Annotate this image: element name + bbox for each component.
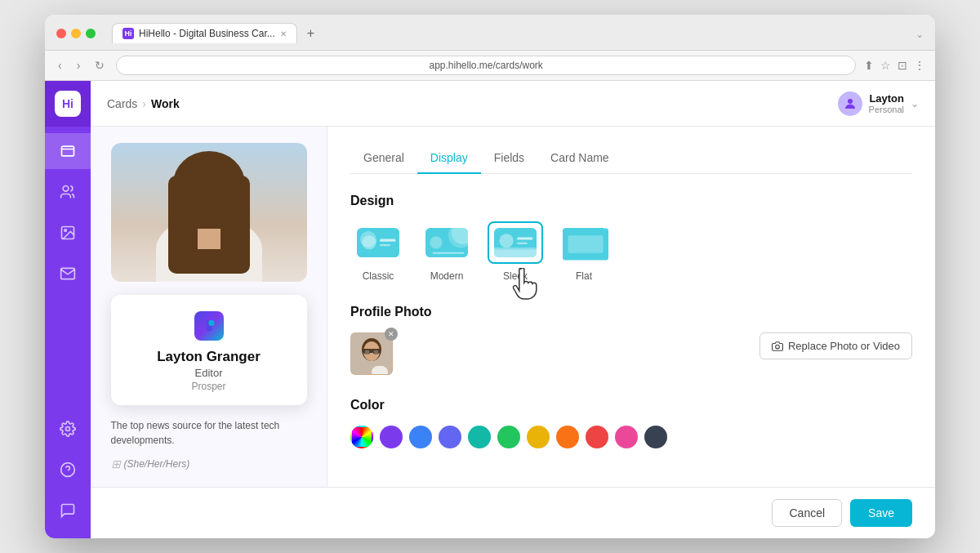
- svg-point-16: [430, 236, 442, 248]
- design-option-sleek[interactable]: Sleek: [488, 221, 543, 282]
- neck: [198, 229, 220, 249]
- color-swatch-purple[interactable]: [380, 426, 403, 448]
- pronouns-icon: ⊞: [111, 457, 121, 470]
- sidebar-item-chat[interactable]: [45, 493, 91, 528]
- tab-bar: Hi HiHello - Digital Business Car... ✕ +: [112, 23, 907, 43]
- svg-point-2: [63, 186, 69, 192]
- replace-photo-label: Replace Photo or Video: [788, 340, 900, 352]
- reload-button[interactable]: ↻: [91, 56, 108, 75]
- sidebar-item-cards[interactable]: [45, 133, 91, 169]
- window-controls: ⌄: [915, 26, 924, 41]
- flat-design-preview: [556, 221, 612, 264]
- color-swatches-container: [350, 426, 912, 448]
- color-swatch-red[interactable]: [586, 426, 608, 448]
- browser-titlebar: Hi HiHello - Digital Business Car... ✕ +…: [45, 15, 935, 51]
- color-swatch-blue[interactable]: [409, 426, 432, 448]
- tab-card-name[interactable]: Card Name: [537, 143, 622, 174]
- close-button[interactable]: [56, 29, 66, 38]
- settings-tabs: General Display Fields Card Name: [350, 143, 912, 174]
- minimize-button[interactable]: [71, 29, 81, 38]
- replace-photo-icon: [772, 341, 783, 352]
- new-tab-button[interactable]: +: [302, 25, 319, 42]
- svg-rect-24: [568, 235, 603, 253]
- maximize-button[interactable]: [86, 29, 96, 38]
- share-icon[interactable]: ⬆: [864, 59, 874, 72]
- classic-label: Classic: [363, 270, 394, 282]
- card-pronouns: ⊞ (She/Her/Hers): [111, 457, 307, 470]
- chat-icon: [60, 502, 76, 519]
- tab-display[interactable]: Display: [417, 143, 481, 174]
- svg-rect-0: [62, 146, 74, 156]
- color-swatch-orange[interactable]: [556, 426, 579, 448]
- design-option-classic[interactable]: Classic: [350, 221, 406, 282]
- browser-tab-active[interactable]: Hi HiHello - Digital Business Car... ✕: [112, 23, 297, 43]
- user-info: Layton Personal: [869, 92, 904, 114]
- svg-point-32: [776, 345, 780, 349]
- business-card-widget: Layton Granger Editor Prosper: [111, 295, 307, 405]
- sidebar-item-contacts[interactable]: [45, 174, 91, 210]
- app-container: Hi: [45, 81, 935, 538]
- sidebar-item-mail[interactable]: [45, 256, 91, 292]
- design-section-title: Design: [350, 194, 912, 208]
- content-area: Layton Granger Editor Prosper The top ne…: [91, 127, 935, 487]
- replace-photo-button[interactable]: Replace Photo or Video: [760, 332, 912, 359]
- design-option-modern[interactable]: Modern: [419, 221, 474, 282]
- pronouns-text: (She/Her/Hers): [124, 458, 190, 470]
- card-description-text: The top news source for the latest tech …: [111, 418, 307, 448]
- color-swatch-rainbow[interactable]: [350, 426, 373, 448]
- help-icon: [60, 462, 76, 478]
- svg-point-8: [848, 99, 853, 104]
- sleek-label: Sleek: [503, 270, 528, 282]
- breadcrumb-cards-link[interactable]: Cards: [107, 97, 137, 110]
- color-swatch-indigo[interactable]: [439, 426, 461, 448]
- profile-photo-section-title: Profile Photo: [350, 305, 912, 319]
- back-button[interactable]: ‹: [55, 56, 65, 75]
- design-option-flat[interactable]: Flat: [556, 221, 612, 282]
- user-area[interactable]: Layton Personal ⌄: [838, 91, 919, 116]
- user-plan: Personal: [869, 105, 904, 114]
- color-swatch-dark[interactable]: [644, 426, 667, 448]
- app-logo: Hi: [55, 91, 81, 117]
- color-swatch-green[interactable]: [497, 426, 520, 448]
- modern-design-preview: [419, 221, 474, 264]
- browser-window: Hi HiHello - Digital Business Car... ✕ +…: [45, 15, 935, 538]
- color-swatch-yellow[interactable]: [527, 426, 550, 448]
- save-button[interactable]: Save: [850, 499, 912, 527]
- nav-actions: ⬆ ☆ ⊡ ⋮: [864, 59, 925, 72]
- svg-point-20: [499, 234, 513, 248]
- sidebar-item-help[interactable]: [45, 452, 91, 488]
- profile-photo-container: [111, 143, 307, 282]
- svg-point-5: [66, 427, 70, 431]
- tab-fields[interactable]: Fields: [481, 143, 537, 174]
- settings-panel: General Display Fields Card Name Design: [327, 127, 935, 487]
- color-swatch-teal[interactable]: [468, 426, 491, 448]
- profile-photo-section: Profile Photo: [350, 305, 912, 375]
- color-swatch-pink[interactable]: [615, 426, 638, 448]
- card-display-title: Editor: [124, 367, 294, 379]
- forward-button[interactable]: ›: [74, 56, 84, 75]
- classic-design-preview: [350, 221, 406, 264]
- bookmark-icon[interactable]: ☆: [880, 59, 891, 72]
- sidebar-item-gallery[interactable]: [45, 215, 91, 251]
- svg-rect-10: [357, 229, 399, 257]
- tab-close-icon[interactable]: ✕: [280, 29, 287, 38]
- svg-point-4: [65, 230, 67, 232]
- address-bar[interactable]: app.hihello.me/cards/work: [116, 56, 856, 75]
- cancel-button[interactable]: Cancel: [772, 499, 842, 527]
- tab-general[interactable]: General: [350, 143, 417, 174]
- design-options-container: Classic: [350, 221, 912, 282]
- card-preview-panel: Layton Granger Editor Prosper The top ne…: [91, 127, 327, 487]
- photo-upload-area: ✕ Replace Photo or Video: [350, 332, 912, 375]
- sleek-design-preview: [488, 221, 543, 264]
- browser-navbar: ‹ › ↻ app.hihello.me/cards/work ⬆ ☆ ⊡ ⋮: [45, 51, 935, 81]
- user-avatar: [838, 91, 862, 116]
- menu-icon[interactable]: ⋮: [914, 59, 925, 72]
- sidebar-item-settings[interactable]: [45, 411, 91, 447]
- sidebar: Hi: [45, 81, 91, 538]
- breadcrumb-current: Work: [151, 97, 180, 110]
- svg-rect-29: [364, 350, 370, 354]
- svg-point-9: [208, 320, 214, 326]
- user-name: Layton: [869, 92, 904, 105]
- extensions-icon[interactable]: ⊡: [898, 59, 907, 72]
- photo-remove-button[interactable]: ✕: [385, 328, 398, 341]
